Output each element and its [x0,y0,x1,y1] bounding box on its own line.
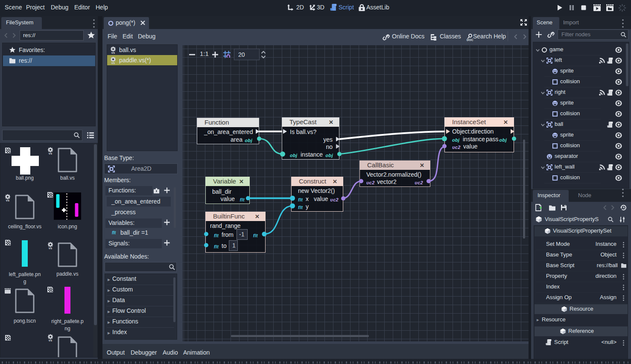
svg-text:DOC: DOC [467,38,473,41]
